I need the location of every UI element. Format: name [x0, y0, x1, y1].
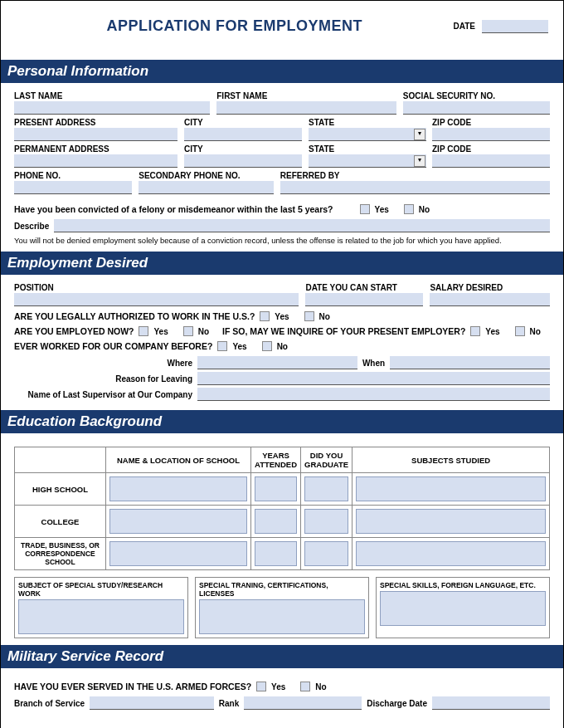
table-row: TRADE, BUSINESS, OR CORRESPONDENCE SCHOO… — [15, 538, 550, 570]
permanent-state-dropdown-icon[interactable]: ▾ — [414, 155, 425, 167]
authorized-no-label: No — [319, 312, 330, 321]
hs-years-input[interactable] — [255, 476, 297, 501]
col-graduate: DID YOU GRADUATE — [301, 447, 352, 473]
trade-name-input[interactable] — [109, 541, 247, 566]
present-city-input[interactable] — [184, 128, 302, 141]
where-label: Where — [14, 359, 192, 368]
phone-label: PHONE NO. — [14, 171, 132, 180]
rank-label: Rank — [219, 699, 239, 708]
branch-input[interactable] — [90, 696, 214, 710]
permanent-state-input[interactable] — [309, 154, 426, 168]
when-label: When — [362, 359, 385, 368]
supervisor-input[interactable] — [197, 388, 550, 401]
describe-input[interactable] — [54, 219, 550, 232]
section-employment-body: POSITION DATE YOU CAN START SALARY DESIR… — [1, 275, 563, 410]
col-subjects: SUBJECTS STUDIED — [352, 447, 550, 473]
salary-label: SALARY DESIRED — [430, 283, 550, 292]
discharge-input[interactable] — [432, 696, 550, 710]
section-personal-header: Personal Information — [1, 60, 563, 83]
phone-input[interactable] — [14, 181, 132, 194]
served-no-checkbox[interactable] — [300, 682, 310, 691]
col-years: YEARS ATTENDED — [251, 447, 301, 473]
worked-before-question: EVER WORKED FOR OUR COMPANY BEFORE? — [14, 341, 212, 351]
present-zip-input[interactable] — [432, 128, 550, 141]
served-yes-checkbox[interactable] — [256, 682, 266, 691]
employed-no-label: No — [198, 327, 209, 336]
ssn-input[interactable] — [403, 101, 550, 115]
table-row: HIGH SCHOOL — [15, 473, 550, 506]
education-table: NAME & LOCATION OF SCHOOL YEARS ATTENDED… — [14, 447, 550, 570]
employed-question: ARE YOU EMPLOYED NOW? — [14, 326, 134, 336]
inquire-yes-checkbox[interactable] — [470, 326, 480, 336]
special-skills-input[interactable] — [380, 591, 546, 626]
felony-yes-checkbox[interactable] — [360, 204, 370, 214]
inquire-no-checkbox[interactable] — [515, 326, 525, 336]
salary-input[interactable] — [430, 293, 550, 306]
section-education-header: Education Background — [1, 410, 563, 433]
first-name-input[interactable] — [216, 101, 396, 115]
section-employment-header: Employment Desired — [1, 252, 563, 275]
present-address-input[interactable] — [14, 128, 177, 141]
application-form: APPLICATION FOR EMPLOYMENT DATE Personal… — [0, 0, 564, 728]
supervisor-label: Name of Last Supervisor at Our Company — [14, 390, 192, 399]
college-years-input[interactable] — [255, 509, 297, 534]
section-education-body: NAME & LOCATION OF SCHOOL YEARS ATTENDED… — [1, 433, 563, 645]
employed-yes-checkbox[interactable] — [139, 326, 148, 336]
felony-yes-label: Yes — [375, 205, 389, 214]
employed-no-checkbox[interactable] — [183, 326, 193, 336]
hs-name-input[interactable] — [109, 476, 247, 501]
date-input[interactable] — [482, 20, 548, 33]
permanent-zip-input[interactable] — [432, 154, 550, 168]
secondary-phone-input[interactable] — [139, 181, 274, 194]
secondary-phone-label: SECONDARY PHONE NO. — [139, 171, 274, 180]
branch-label: Branch of Service — [14, 699, 85, 708]
when-input[interactable] — [390, 356, 550, 369]
special-training-input[interactable] — [199, 599, 365, 634]
first-name-label: FIRST NAME — [216, 91, 396, 100]
permanent-address-input[interactable] — [14, 154, 177, 168]
rank-input[interactable] — [244, 696, 362, 710]
ssn-label: SOCIAL SECURITY NO. — [403, 91, 550, 100]
date-field: DATE — [454, 20, 548, 33]
present-city-label: CITY — [184, 118, 302, 127]
special-training-label: SPECIAL TRANING, CERTIFICATIONS, LICENSE… — [199, 581, 365, 598]
authorized-yes-checkbox[interactable] — [260, 311, 270, 321]
date-start-input[interactable] — [305, 293, 423, 306]
last-name-input[interactable] — [14, 101, 210, 115]
hs-grad-input[interactable] — [304, 476, 348, 501]
trade-years-input[interactable] — [255, 541, 297, 566]
reason-input[interactable] — [197, 372, 550, 385]
last-name-label: LAST NAME — [14, 91, 210, 100]
present-state-dropdown-icon[interactable]: ▾ — [414, 129, 425, 140]
page-title: APPLICATION FOR EMPLOYMENT — [16, 17, 454, 35]
referred-by-input[interactable] — [280, 181, 550, 194]
worked-before-yes-checkbox[interactable] — [217, 341, 227, 351]
college-grad-input[interactable] — [304, 509, 348, 534]
permanent-city-input[interactable] — [184, 154, 302, 168]
row-college-label: COLLEGE — [15, 506, 106, 538]
hs-subjects-input[interactable] — [356, 476, 546, 501]
present-zip-label: ZIP CODE — [432, 118, 550, 127]
special-skills-box: SPECIAL SKILLS, FOREIGN LANGUAGE, ETC. — [376, 577, 550, 638]
section-military-body: HAVE YOU EVER SERVED IN THE U.S. ARMED F… — [1, 668, 563, 719]
position-label: POSITION — [14, 283, 299, 292]
college-subjects-input[interactable] — [356, 509, 546, 534]
position-input[interactable] — [14, 293, 299, 306]
felony-no-checkbox[interactable] — [404, 204, 414, 214]
trade-subjects-input[interactable] — [356, 541, 546, 566]
special-study-input[interactable] — [18, 599, 184, 634]
special-skills-label: SPECIAL SKILLS, FOREIGN LANGUAGE, ETC. — [380, 581, 546, 589]
section-personal-body: LAST NAME FIRST NAME SOCIAL SECURITY NO.… — [1, 83, 563, 252]
header: APPLICATION FOR EMPLOYMENT DATE — [1, 1, 563, 60]
inquire-no-label: No — [530, 327, 541, 336]
permanent-address-label: PERMANENT ADDRESS — [14, 144, 177, 154]
worked-before-no-checkbox[interactable] — [262, 341, 272, 351]
trade-grad-input[interactable] — [304, 541, 348, 566]
authorized-no-checkbox[interactable] — [304, 311, 314, 321]
inquire-yes-label: Yes — [485, 327, 499, 336]
date-start-label: DATE YOU CAN START — [305, 283, 423, 292]
where-input[interactable] — [197, 356, 357, 369]
college-name-input[interactable] — [109, 509, 247, 534]
special-study-label: SUBJECT OF SPECIAL STUDY/RESEARCH WORK — [18, 581, 184, 598]
present-state-input[interactable] — [309, 128, 426, 141]
